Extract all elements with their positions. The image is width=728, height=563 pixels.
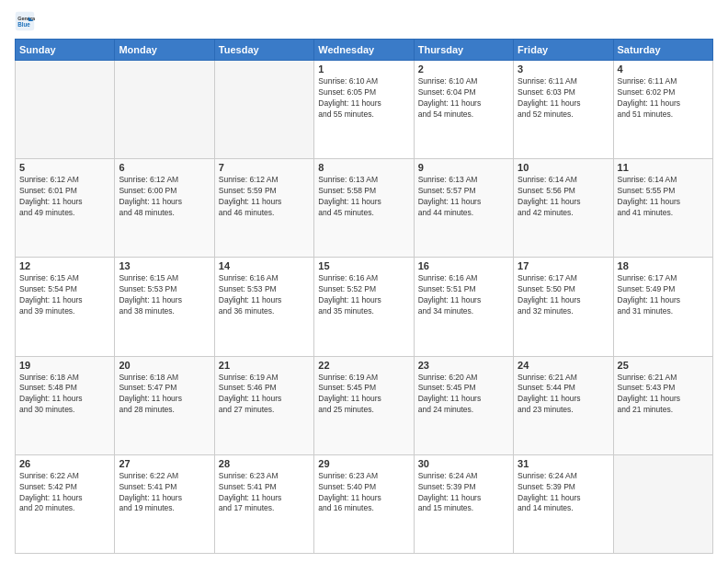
calendar-cell: 31Sunrise: 6:24 AMSunset: 5:39 PMDayligh… <box>514 454 613 553</box>
day-number: 22 <box>318 360 409 371</box>
cell-data: Sunrise: 6:21 AMSunset: 5:43 PMDaylight:… <box>618 373 709 417</box>
calendar-cell: 14Sunrise: 6:16 AMSunset: 5:53 PMDayligh… <box>214 258 313 356</box>
cell-line: Sunset: 5:56 PM <box>518 186 609 197</box>
cell-line: Daylight: 11 hours <box>19 394 110 405</box>
cell-line: Sunset: 5:48 PM <box>19 383 110 394</box>
cell-line: and 27 minutes. <box>219 405 310 416</box>
cell-line: Sunset: 5:43 PM <box>618 383 709 394</box>
cell-line: and 49 minutes. <box>19 208 110 219</box>
calendar-cell: 29Sunrise: 6:23 AMSunset: 5:40 PMDayligh… <box>314 454 414 553</box>
cell-line: and 24 minutes. <box>418 405 509 416</box>
cell-line: Daylight: 11 hours <box>119 394 210 405</box>
cell-line: Sunrise: 6:12 AM <box>219 175 310 186</box>
cell-line: Sunset: 5:50 PM <box>518 284 609 295</box>
day-number: 9 <box>418 162 509 173</box>
cell-line: Sunset: 5:40 PM <box>318 482 409 493</box>
day-number: 2 <box>418 63 509 75</box>
cell-line: and 31 minutes. <box>618 306 709 317</box>
calendar-cell: 8Sunrise: 6:13 AMSunset: 5:58 PMDaylight… <box>314 159 414 258</box>
cell-line: Daylight: 11 hours <box>418 394 509 405</box>
cell-line: and 46 minutes. <box>219 208 310 219</box>
day-number: 27 <box>119 458 210 469</box>
cell-data: Sunrise: 6:19 AMSunset: 5:45 PMDaylight:… <box>318 373 409 417</box>
calendar-cell: 20Sunrise: 6:18 AMSunset: 5:47 PMDayligh… <box>115 356 214 454</box>
calendar-cell: 5Sunrise: 6:12 AMSunset: 6:01 PMDaylight… <box>16 159 115 258</box>
cell-line: Daylight: 11 hours <box>19 493 110 504</box>
cell-line: Daylight: 11 hours <box>219 493 310 504</box>
cell-line: Daylight: 11 hours <box>418 295 509 306</box>
cell-line: Sunrise: 6:18 AM <box>119 373 210 384</box>
day-number: 21 <box>219 360 310 371</box>
cell-data: Sunrise: 6:15 AMSunset: 5:54 PMDaylight:… <box>19 273 110 317</box>
calendar-cell <box>115 61 214 159</box>
calendar-cell: 23Sunrise: 6:20 AMSunset: 5:45 PMDayligh… <box>414 356 513 454</box>
calendar-cell <box>214 61 313 159</box>
cell-line: and 16 minutes. <box>318 503 409 514</box>
calendar-cell: 19Sunrise: 6:18 AMSunset: 5:48 PMDayligh… <box>16 356 115 454</box>
day-number: 14 <box>219 260 310 271</box>
cell-line: Sunrise: 6:14 AM <box>518 175 609 186</box>
day-number: 16 <box>418 260 509 271</box>
cell-line: and 42 minutes. <box>518 208 609 219</box>
cell-line: and 15 minutes. <box>418 503 509 514</box>
calendar-cell: 7Sunrise: 6:12 AMSunset: 5:59 PMDaylight… <box>214 159 313 258</box>
cell-line: and 30 minutes. <box>19 405 110 416</box>
cell-data: Sunrise: 6:17 AMSunset: 5:49 PMDaylight:… <box>618 273 709 317</box>
cell-line: and 54 minutes. <box>418 109 509 121</box>
cell-line: Daylight: 11 hours <box>618 295 709 306</box>
day-number: 13 <box>119 260 210 271</box>
calendar-cell: 18Sunrise: 6:17 AMSunset: 5:49 PMDayligh… <box>613 258 712 356</box>
day-number: 10 <box>518 162 609 173</box>
calendar-cell: 28Sunrise: 6:23 AMSunset: 5:41 PMDayligh… <box>214 454 313 553</box>
cell-line: and 14 minutes. <box>518 503 609 514</box>
cell-line: Daylight: 11 hours <box>219 394 310 405</box>
calendar-cell: 3Sunrise: 6:11 AMSunset: 6:03 PMDaylight… <box>514 61 613 159</box>
page: General Blue SundayMondayTuesdayWednesda… <box>0 0 728 563</box>
cell-line: and 36 minutes. <box>219 306 310 317</box>
cell-line: Daylight: 11 hours <box>318 197 409 208</box>
cell-line: Daylight: 11 hours <box>518 295 609 306</box>
cell-line: Sunset: 5:45 PM <box>418 383 509 394</box>
cell-line: Sunrise: 6:23 AM <box>219 471 310 482</box>
cell-line: Sunrise: 6:15 AM <box>19 273 110 284</box>
day-number: 23 <box>418 360 509 371</box>
cell-line: Sunset: 5:45 PM <box>318 383 409 394</box>
cell-data: Sunrise: 6:13 AMSunset: 5:58 PMDaylight:… <box>318 175 409 219</box>
cell-line: Sunrise: 6:22 AM <box>19 471 110 482</box>
cell-line: Sunrise: 6:20 AM <box>418 373 509 384</box>
cell-line: Sunrise: 6:24 AM <box>518 471 609 482</box>
cell-line: Sunset: 5:39 PM <box>418 482 509 493</box>
col-header-friday: Friday <box>514 40 613 61</box>
cell-line: Daylight: 11 hours <box>119 197 210 208</box>
cell-data: Sunrise: 6:14 AMSunset: 5:55 PMDaylight:… <box>618 175 709 219</box>
day-number: 11 <box>618 162 709 173</box>
cell-line: Sunrise: 6:11 AM <box>518 76 609 87</box>
day-number: 30 <box>418 458 509 469</box>
cell-line: Sunrise: 6:17 AM <box>518 273 609 284</box>
cell-line: Daylight: 11 hours <box>618 394 709 405</box>
cell-data: Sunrise: 6:16 AMSunset: 5:52 PMDaylight:… <box>318 273 409 317</box>
cell-line: Sunrise: 6:19 AM <box>318 373 409 384</box>
cell-line: Sunset: 5:53 PM <box>119 284 210 295</box>
cell-line: and 55 minutes. <box>318 109 409 121</box>
calendar-cell: 24Sunrise: 6:21 AMSunset: 5:44 PMDayligh… <box>514 356 613 454</box>
cell-line: Sunset: 6:02 PM <box>618 87 709 98</box>
day-number: 15 <box>318 260 409 271</box>
day-number: 4 <box>618 63 709 75</box>
calendar-cell: 30Sunrise: 6:24 AMSunset: 5:39 PMDayligh… <box>414 454 513 553</box>
calendar-cell: 6Sunrise: 6:12 AMSunset: 6:00 PMDaylight… <box>115 159 214 258</box>
cell-line: Sunset: 5:52 PM <box>318 284 409 295</box>
calendar-cell: 22Sunrise: 6:19 AMSunset: 5:45 PMDayligh… <box>314 356 414 454</box>
cell-data: Sunrise: 6:22 AMSunset: 5:42 PMDaylight:… <box>19 471 110 515</box>
cell-line: Sunrise: 6:15 AM <box>119 273 210 284</box>
cell-line: Sunrise: 6:14 AM <box>618 175 709 186</box>
col-header-thursday: Thursday <box>414 40 513 61</box>
cell-line: Daylight: 11 hours <box>19 197 110 208</box>
cell-line: Daylight: 11 hours <box>318 493 409 504</box>
cell-data: Sunrise: 6:17 AMSunset: 5:50 PMDaylight:… <box>518 273 609 317</box>
calendar-cell: 1Sunrise: 6:10 AMSunset: 6:05 PMDaylight… <box>314 61 414 159</box>
cell-line: and 23 minutes. <box>518 405 609 416</box>
cell-line: Daylight: 11 hours <box>318 295 409 306</box>
cell-line: Sunrise: 6:19 AM <box>219 373 310 384</box>
cell-line: and 28 minutes. <box>119 405 210 416</box>
